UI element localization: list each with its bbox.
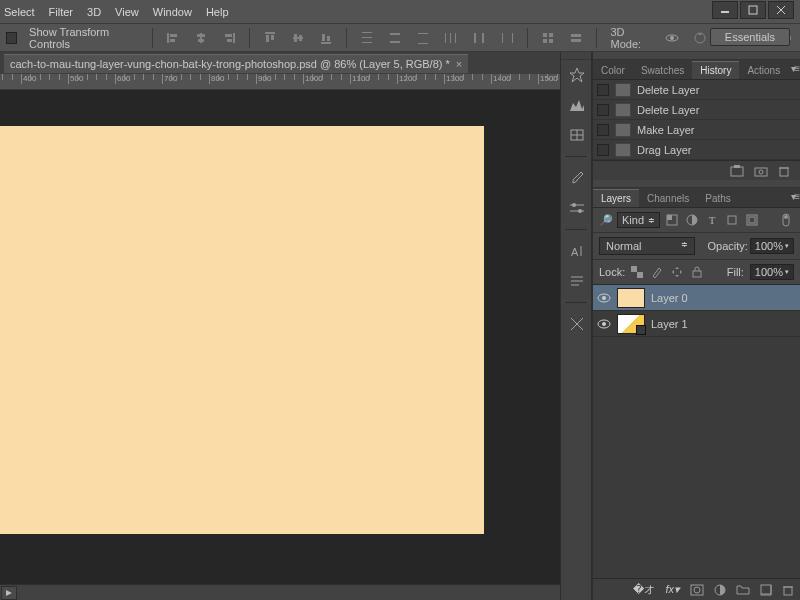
filter-smart-icon[interactable]	[744, 212, 760, 228]
info-icon[interactable]	[561, 120, 593, 150]
distribute-right-icon[interactable]	[497, 28, 517, 48]
character-icon[interactable]: A	[561, 236, 593, 266]
history-checkbox[interactable]	[597, 124, 609, 136]
maximize-button[interactable]	[740, 1, 766, 19]
adjustments-icon[interactable]	[561, 193, 593, 223]
svg-rect-60	[731, 167, 743, 176]
blend-mode-select[interactable]: Normal≑	[599, 237, 695, 255]
distribute-top-icon[interactable]	[357, 28, 377, 48]
auto-align-icon[interactable]	[538, 28, 558, 48]
menu-help[interactable]: Help	[206, 6, 229, 18]
document-tab[interactable]: cach-to-mau-tung-layer-vung-chon-bat-ky-…	[4, 54, 468, 73]
lock-all-icon[interactable]	[689, 264, 705, 280]
tab-swatches[interactable]: Swatches	[633, 62, 692, 79]
link-layers-icon[interactable]: �オ	[633, 582, 655, 597]
workspace-switcher[interactable]: Essentials	[710, 28, 790, 46]
histogram-icon[interactable]	[561, 90, 593, 120]
filter-toggle-icon[interactable]	[778, 212, 794, 228]
new-layer-icon[interactable]	[760, 584, 772, 596]
tab-actions[interactable]: Actions	[739, 62, 788, 79]
menu-filter[interactable]: Filter	[49, 6, 73, 18]
panel2-menu-icon[interactable]: ▾≡	[791, 191, 798, 202]
history-item[interactable]: Delete Layer	[593, 100, 800, 120]
tab-history[interactable]: History	[692, 61, 739, 79]
navigator-icon[interactable]	[561, 60, 593, 90]
brush-icon[interactable]	[561, 163, 593, 193]
mask-icon[interactable]	[690, 584, 704, 596]
measure-icon[interactable]	[561, 309, 593, 339]
svg-rect-33	[482, 33, 484, 43]
tab-color[interactable]: Color	[593, 62, 633, 79]
distribute-vcenter-icon[interactable]	[385, 28, 405, 48]
history-item[interactable]: Make Layer	[593, 120, 800, 140]
align-top-icon[interactable]	[260, 28, 280, 48]
lock-position-icon[interactable]	[669, 264, 685, 280]
menu-3d[interactable]: 3D	[87, 6, 101, 18]
layer-kind-select[interactable]: Kind ≑	[617, 212, 660, 228]
tab-paths[interactable]: Paths	[697, 190, 739, 207]
orbit-3d-icon[interactable]	[662, 28, 682, 48]
menu-view[interactable]: View	[115, 6, 139, 18]
svg-rect-38	[543, 39, 547, 43]
align-left-edges-icon[interactable]	[163, 28, 183, 48]
svg-rect-37	[549, 33, 553, 37]
adjustment-layer-icon[interactable]	[714, 584, 726, 596]
history-item[interactable]: Delete Layer	[593, 80, 800, 100]
menu-window[interactable]: Window	[153, 6, 192, 18]
roll-3d-icon[interactable]	[690, 28, 710, 48]
filter-pixel-icon[interactable]	[664, 212, 680, 228]
svg-rect-19	[321, 42, 331, 44]
opacity-input[interactable]: 100%▾	[750, 238, 794, 254]
minimize-button[interactable]	[712, 1, 738, 19]
tab-layers[interactable]: Layers	[593, 189, 639, 207]
tab-channels[interactable]: Channels	[639, 190, 697, 207]
show-transform-checkbox[interactable]	[6, 32, 17, 44]
paragraph-icon[interactable]	[561, 266, 593, 296]
canvas-viewport[interactable]	[0, 90, 560, 584]
auto-blend-icon[interactable]	[566, 28, 586, 48]
horizontal-scrollbar[interactable]	[0, 584, 560, 600]
fill-input[interactable]: 100%▾	[750, 264, 794, 280]
layer-name[interactable]: Layer 1	[651, 318, 688, 330]
scroll-play-icon[interactable]	[1, 586, 17, 600]
history-item-label: Delete Layer	[637, 104, 699, 116]
layer-thumbnail[interactable]	[617, 288, 645, 308]
close-button[interactable]	[768, 1, 794, 19]
lock-brush-icon[interactable]	[649, 264, 665, 280]
distribute-left-icon[interactable]	[441, 28, 461, 48]
align-right-edges-icon[interactable]	[219, 28, 239, 48]
canvas[interactable]	[0, 126, 484, 534]
layer-row[interactable]: Layer 0	[593, 285, 800, 311]
history-checkbox[interactable]	[597, 104, 609, 116]
filter-shape-icon[interactable]	[724, 212, 740, 228]
align-bottom-icon[interactable]	[316, 28, 336, 48]
filter-adjust-icon[interactable]	[684, 212, 700, 228]
close-tab-icon[interactable]: ×	[456, 58, 462, 70]
panel1-menu-icon[interactable]: ▾≡	[791, 63, 798, 74]
distribute-bottom-icon[interactable]	[413, 28, 433, 48]
history-item[interactable]: Drag Layer	[593, 140, 800, 160]
align-hcenter-icon[interactable]	[191, 28, 211, 48]
camera-icon[interactable]	[754, 165, 768, 177]
layer-row[interactable]: Layer 1	[593, 311, 800, 337]
visibility-toggle-icon[interactable]	[597, 291, 611, 305]
new-snapshot-icon[interactable]	[730, 165, 744, 177]
distribute-hcenter-icon[interactable]	[469, 28, 489, 48]
history-item-label: Drag Layer	[637, 144, 691, 156]
svg-rect-5	[170, 34, 177, 37]
layer-thumbnail[interactable]	[617, 314, 645, 334]
history-checkbox[interactable]	[597, 84, 609, 96]
filter-type-icon[interactable]: T	[704, 212, 720, 228]
new-group-icon[interactable]	[736, 584, 750, 595]
filter-search-icon[interactable]: 🔎	[599, 214, 613, 227]
align-vcenter-icon[interactable]	[288, 28, 308, 48]
trash-icon[interactable]	[778, 165, 790, 177]
menu-select[interactable]: Select	[4, 6, 35, 18]
delete-layer-icon[interactable]	[782, 584, 794, 596]
fx-icon[interactable]: fx▾	[665, 583, 680, 596]
visibility-toggle-icon[interactable]	[597, 317, 611, 331]
history-checkbox[interactable]	[597, 144, 609, 156]
lock-pixels-icon[interactable]	[629, 264, 645, 280]
layer-list: Layer 0Layer 1	[593, 285, 800, 578]
layer-name[interactable]: Layer 0	[651, 292, 688, 304]
